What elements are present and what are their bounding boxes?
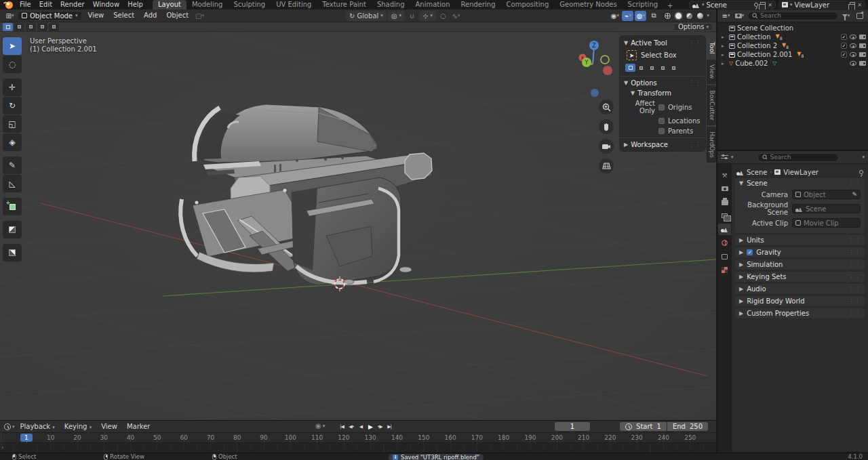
tool-cursor[interactable]: ◌ [3, 56, 22, 73]
background-scene-field[interactable]: Scene [792, 204, 861, 213]
drag-handle-icon[interactable]: ⋮⋮ [689, 40, 701, 46]
drag-handle-icon[interactable]: ⋮⋮ [848, 298, 861, 304]
drag-handle-icon[interactable]: ⋮⋮ [848, 237, 861, 243]
tab-sculpting[interactable]: Sculpting [228, 0, 271, 9]
render-camera-icon[interactable] [859, 43, 866, 48]
pivot-dropdown[interactable]: ◎▾ [388, 11, 405, 21]
expand-arrow-icon[interactable]: ▸ [722, 43, 727, 49]
tab-scene-properties[interactable] [718, 224, 731, 235]
gravity-section[interactable]: ▶ ✓ Gravity ⋮⋮ [735, 247, 865, 257]
falloff-dropdown[interactable]: ∿▾ [450, 11, 462, 21]
menu-playback[interactable]: Playback ▾ [16, 421, 59, 432]
select-mode-subtract-button[interactable] [26, 23, 36, 31]
sidebar-tab-hardops[interactable]: HardOps [707, 127, 716, 163]
tool-move[interactable]: ✛ [3, 79, 22, 96]
menu-marker[interactable]: Marker [123, 421, 155, 432]
menu-view-timeline[interactable]: View [97, 421, 121, 432]
add-workspace-button[interactable]: + [663, 2, 677, 9]
expand-arrow-icon[interactable]: ▸ [722, 35, 727, 40]
gizmos-dropdown[interactable]: ⌁▾ [622, 11, 633, 21]
camera-view-icon[interactable] [599, 139, 614, 154]
prev-keyframe-button[interactable]: ◀• [347, 422, 355, 431]
tool-rotate[interactable]: ↻ [3, 97, 22, 114]
playhead-badge[interactable]: 1 [20, 434, 33, 442]
xray-toggle[interactable]: ⧉ [648, 11, 659, 21]
tool-hardops[interactable] [3, 244, 22, 262]
active-tool-section-header[interactable]: ▼ Active Tool ⋮⋮ [620, 38, 705, 48]
tool-scale[interactable]: ◱ [3, 115, 22, 133]
tool-options-dropdown[interactable]: ▢▾ [194, 11, 205, 21]
camera-field[interactable]: Object ✎ [792, 190, 861, 199]
workspace-section-header[interactable]: ▶ Workspace ⋮⋮ [620, 140, 705, 150]
outliner-display-mode-dropdown[interactable]: ≡▾ [720, 11, 732, 21]
expand-arrow-icon[interactable]: ▸ [722, 52, 727, 58]
scene-selector[interactable]: ▾ Scene ✕ [689, 1, 776, 9]
blender-logo-icon[interactable] [5, 1, 13, 9]
eyedropper-icon[interactable]: ✎ [852, 191, 857, 198]
tool-annotate[interactable]: ✎ [3, 156, 22, 174]
select-mode-new-button[interactable] [3, 23, 13, 31]
timeline-ruler[interactable]: 1020 3040 5060 7080 90100 110120 130140 … [0, 433, 716, 442]
keying-sets-section[interactable]: ▶ Keying Sets ⋮⋮ [735, 272, 865, 282]
properties-search-input[interactable] [770, 154, 833, 161]
viewport-options-button[interactable]: Options ▾ [673, 23, 713, 31]
orientation-dropdown[interactable]: ↻ Global ▾ [346, 11, 387, 21]
play-button[interactable]: ▶ [366, 422, 374, 431]
tab-layout[interactable]: Layout [153, 0, 186, 9]
locations-checkbox[interactable] [658, 118, 665, 124]
outliner-row-collection-2[interactable]: ▸ Collection 2 ▼8 ✓ [717, 41, 868, 50]
scene-panel-header[interactable]: ▼ Scene ⋮⋮ [739, 180, 861, 187]
transform-section-header[interactable]: ▼ Transform [620, 88, 705, 98]
rendered-shading-button[interactable] [696, 12, 705, 20]
tool-add-cube[interactable] [3, 198, 22, 215]
tab-world-properties[interactable] [718, 237, 731, 249]
mode-extend-button[interactable] [636, 64, 646, 72]
outliner-search-input[interactable] [760, 12, 833, 19]
outliner-filter-button[interactable]: ▾ [840, 11, 852, 21]
select-mode-extend-button[interactable] [14, 23, 24, 31]
hide-eye-icon[interactable] [850, 61, 856, 66]
drag-handle-icon[interactable]: ⋮⋮ [848, 286, 861, 292]
render-camera-icon[interactable] [859, 52, 866, 57]
outliner-row-scene-collection[interactable]: Scene Collection [717, 24, 868, 33]
drag-handle-icon[interactable]: ⋮⋮ [848, 249, 861, 255]
new-collection-button[interactable] [854, 11, 865, 21]
drag-handle-icon[interactable]: ⋮⋮ [848, 180, 861, 186]
select-mode-invert-button[interactable] [37, 23, 47, 31]
auto-key-button[interactable]: ◉ ▾ [315, 422, 325, 430]
mode-intersect-button[interactable] [669, 64, 679, 72]
custom-properties-section[interactable]: ▶ Custom Properties ⋮⋮ [735, 308, 865, 318]
menu-help[interactable]: Help [123, 0, 147, 9]
sidebar-tab-view[interactable]: View [707, 60, 716, 83]
close-icon[interactable]: ✕ [857, 2, 862, 8]
gravity-checkbox[interactable]: ✓ [747, 249, 753, 255]
parents-checkbox[interactable] [658, 128, 665, 134]
drag-handle-icon[interactable]: ⋮⋮ [848, 274, 861, 280]
pan-hand-icon[interactable] [599, 119, 614, 134]
outliner-search[interactable] [747, 12, 838, 20]
properties-search[interactable] [757, 153, 839, 162]
tool-transform[interactable]: ◈ [3, 133, 22, 151]
exclude-checkbox[interactable]: ✓ [841, 43, 847, 49]
current-frame-field[interactable]: 1 [555, 422, 590, 431]
mode-new-button[interactable] [625, 64, 635, 72]
outliner-row-cube-002[interactable]: ▸ ▽ Cube.002 ▽ [717, 59, 868, 68]
hide-eye-icon[interactable] [850, 52, 856, 57]
editor-type-icon[interactable]: ⊞▾ [4, 11, 16, 21]
timeline-editor-icon[interactable] [4, 423, 11, 430]
active-clip-field[interactable]: Movie Clip [792, 218, 861, 228]
tab-rendering[interactable]: Rendering [455, 0, 500, 9]
tab-tool-properties[interactable]: ⚒ [718, 169, 731, 181]
mode-subtract-button[interactable] [647, 64, 657, 72]
drag-handle-icon[interactable]: ⋮⋮ [848, 310, 861, 316]
jump-to-start-button[interactable]: |◀ [338, 422, 346, 431]
overlays-dropdown[interactable]: ◍▾ [635, 11, 646, 21]
sidebar-tab-tool[interactable]: Tool [707, 37, 716, 58]
menu-window[interactable]: Window [89, 0, 123, 9]
rigid-body-world-section[interactable]: ▶ Rigid Body World ⋮⋮ [735, 296, 865, 306]
tab-uv-editing[interactable]: UV Editing [271, 0, 317, 9]
options-section-header[interactable]: ▼ Options ⋮⋮ [620, 78, 705, 88]
render-camera-icon[interactable] [859, 61, 866, 66]
pin-icon[interactable] [859, 170, 863, 174]
3d-viewport[interactable]: User Perspective (1) Collection 2.001 ➤ … [0, 32, 716, 420]
